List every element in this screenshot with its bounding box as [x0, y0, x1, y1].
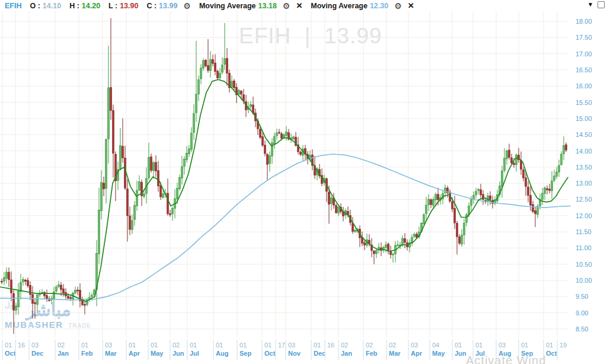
- gridlines: [0, 11, 568, 338]
- low-group: L : 13.90: [104, 2, 138, 10]
- ma-long-line: [0, 154, 570, 300]
- ma1-group: Moving Average 13.18: [194, 2, 277, 10]
- svg-text:Dec: Dec: [314, 350, 325, 357]
- svg-text:9.00: 9.00: [576, 309, 588, 317]
- svg-text:01: 01: [521, 341, 528, 349]
- svg-text:Oct: Oct: [264, 350, 276, 357]
- high-label: H :: [69, 2, 79, 10]
- svg-text:12.00: 12.00: [576, 212, 592, 219]
- low-label: L :: [108, 2, 117, 10]
- svg-text:01: 01: [151, 341, 158, 349]
- svg-text:01: 01: [264, 341, 271, 349]
- svg-text:Apr: Apr: [411, 350, 423, 357]
- ma1-label: Moving Average: [199, 2, 256, 10]
- svg-text:10.50: 10.50: [576, 261, 592, 268]
- svg-text:03: 03: [411, 341, 418, 349]
- high-group: H : 14.20: [65, 2, 100, 10]
- svg-text:14.00: 14.00: [576, 148, 592, 155]
- candlesticks: [1, 18, 567, 334]
- ma2-remove-icon[interactable]: ✕: [408, 2, 414, 9]
- svg-text:Apr: Apr: [129, 350, 140, 357]
- open-group: O : 14.10: [25, 2, 61, 10]
- svg-text:Jan: Jan: [341, 350, 352, 357]
- trading-chart-window: EFIH O : 14.10 H : 14.20 L : 13.90 C : 1…: [0, 0, 607, 364]
- svg-text:Sep: Sep: [239, 350, 251, 357]
- svg-text:02: 02: [389, 341, 396, 349]
- svg-text:Aug: Aug: [216, 350, 228, 357]
- ma1-remove-icon[interactable]: ✕: [296, 2, 302, 9]
- svg-text:10.00: 10.00: [576, 277, 592, 284]
- svg-text:11.00: 11.00: [576, 244, 592, 251]
- svg-text:01: 01: [239, 341, 247, 349]
- svg-text:01: 01: [5, 341, 12, 349]
- svg-text:Jan: Jan: [57, 350, 69, 357]
- legend-bar: EFIH O : 14.10 H : 14.20 L : 13.90 C : 1…: [0, 0, 607, 11]
- svg-text:03: 03: [499, 341, 506, 349]
- svg-text:01: 01: [455, 341, 462, 349]
- svg-text:02: 02: [172, 341, 180, 349]
- svg-text:01: 01: [216, 341, 223, 349]
- svg-text:01: 01: [81, 341, 88, 349]
- svg-text:01: 01: [129, 341, 136, 349]
- maximize-icon[interactable]: [598, 1, 605, 8]
- collapse-panel-icon[interactable]: ▼: [587, 2, 593, 8]
- svg-text:Jun: Jun: [455, 350, 467, 357]
- close-group: C : 13.99: [142, 2, 177, 10]
- svg-text:15.00: 15.00: [576, 115, 592, 122]
- svg-text:16: 16: [327, 341, 334, 349]
- ma2-group: Moving Average 12.30: [306, 2, 388, 10]
- svg-text:19: 19: [560, 341, 567, 349]
- price-chart-canvas[interactable]: 18.0017.5017.0016.5016.0015.5015.0014.50…: [0, 0, 607, 364]
- svg-text:12.50: 12.50: [576, 196, 592, 203]
- svg-text:16.50: 16.50: [576, 66, 592, 74]
- svg-text:14.50: 14.50: [576, 131, 592, 138]
- svg-text:8.50: 8.50: [576, 325, 588, 333]
- symbol-label: EFIH: [5, 2, 21, 10]
- open-label: O :: [30, 2, 40, 10]
- svg-text:15.50: 15.50: [576, 99, 592, 106]
- ma2-label: Moving Average: [311, 2, 368, 10]
- svg-text:Oct: Oct: [5, 350, 16, 357]
- activate-windows-watermark: Activate Wind: [466, 354, 546, 364]
- ma2-value: 12.30: [370, 2, 388, 10]
- svg-text:03: 03: [288, 341, 295, 349]
- svg-text:13.50: 13.50: [576, 164, 592, 171]
- svg-text:9.50: 9.50: [576, 293, 588, 300]
- svg-text:16: 16: [18, 341, 25, 349]
- svg-text:Feb: Feb: [366, 350, 378, 357]
- chart-settings-gear-icon[interactable]: ⚙: [183, 2, 191, 10]
- ma2-settings-gear-icon[interactable]: ⚙: [394, 2, 402, 10]
- svg-text:Oct: Oct: [546, 350, 557, 357]
- ma1-value: 13.18: [258, 2, 277, 10]
- svg-text:02: 02: [341, 341, 348, 349]
- svg-text:Jul: Jul: [190, 350, 199, 357]
- svg-text:17: 17: [278, 341, 285, 349]
- close-value: 13.99: [159, 2, 177, 10]
- high-value: 14.20: [82, 2, 100, 10]
- window-controls: ▼: [587, 1, 605, 8]
- svg-text:Nov: Nov: [288, 350, 301, 357]
- svg-text:Feb: Feb: [81, 350, 93, 357]
- open-value: 14.10: [43, 2, 61, 10]
- svg-text:03: 03: [105, 341, 112, 349]
- svg-text:13.00: 13.00: [576, 180, 592, 187]
- svg-text:Jun: Jun: [172, 350, 184, 357]
- ma1-settings-gear-icon[interactable]: ⚙: [283, 2, 290, 10]
- svg-text:17.50: 17.50: [576, 34, 592, 41]
- ma-short-line: [0, 79, 568, 301]
- svg-text:Mar: Mar: [389, 350, 401, 357]
- svg-text:May: May: [151, 350, 164, 357]
- svg-text:01: 01: [314, 341, 321, 349]
- svg-text:03: 03: [31, 341, 39, 349]
- svg-text:16.00: 16.00: [576, 82, 592, 90]
- svg-text:18.00: 18.00: [576, 18, 592, 25]
- svg-text:Mar: Mar: [105, 350, 117, 357]
- close-label: C :: [146, 2, 156, 10]
- svg-text:01: 01: [475, 341, 483, 349]
- svg-text:11.50: 11.50: [576, 228, 592, 235]
- svg-text:02: 02: [57, 341, 65, 349]
- svg-text:04: 04: [432, 341, 439, 349]
- svg-text:May: May: [432, 350, 445, 357]
- y-axis-labels: 18.0017.5017.0016.5016.0015.5015.0014.50…: [576, 18, 592, 333]
- svg-text:01: 01: [546, 341, 553, 349]
